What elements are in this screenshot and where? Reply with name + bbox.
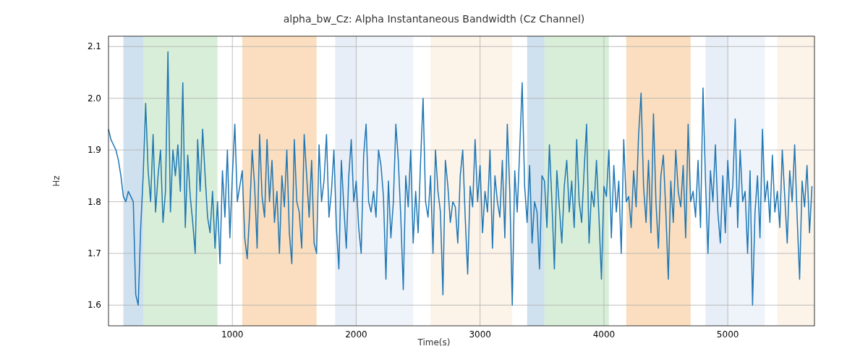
shaded-region	[626, 36, 691, 326]
shaded-region	[545, 36, 609, 326]
y-tick-label: 1.6	[88, 300, 101, 310]
y-axis-label: Hz	[51, 175, 61, 186]
y-tick-label: 2.0	[88, 93, 101, 104]
chart-svg: 100020003000400050001.61.71.81.92.02.1	[109, 36, 814, 326]
chart-title: alpha_bw_Cz: Alpha Instantaneous Bandwid…	[0, 13, 868, 25]
x-tick-label: 2000	[345, 329, 367, 340]
axes: 100020003000400050001.61.71.81.92.02.1	[109, 36, 814, 326]
x-tick-label: 1000	[221, 329, 244, 340]
y-axis-label-container: Hz	[51, 0, 61, 362]
figure: alpha_bw_Cz: Alpha Instantaneous Bandwid…	[0, 0, 868, 362]
y-tick-label: 1.9	[88, 145, 101, 155]
x-tick-label: 3000	[469, 329, 491, 340]
shaded-region	[356, 36, 413, 326]
y-tick-label: 1.8	[88, 197, 101, 207]
shaded-region	[124, 36, 143, 326]
shaded-region	[242, 36, 317, 326]
x-tick-label: 4000	[593, 329, 616, 340]
y-tick-label: 1.7	[88, 248, 101, 258]
y-tick-label: 2.1	[88, 41, 101, 51]
x-tick-label: 5000	[717, 329, 739, 340]
